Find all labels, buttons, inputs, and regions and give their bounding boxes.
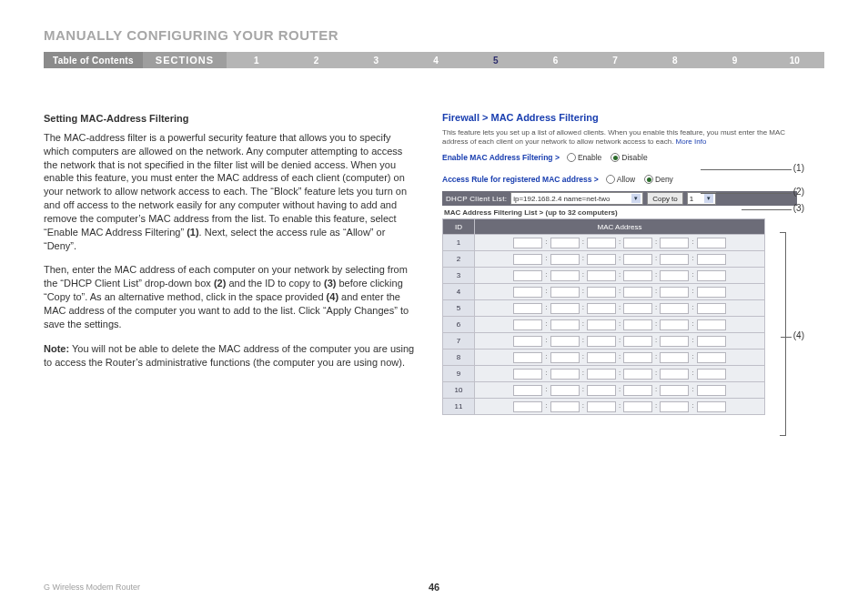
mac-octet-input[interactable] bbox=[697, 352, 726, 363]
radio-disable[interactable]: Disable bbox=[611, 153, 647, 162]
radio-allow[interactable]: Allow bbox=[606, 175, 635, 184]
mac-octet-input[interactable] bbox=[513, 303, 542, 314]
callout-3-label: (3) bbox=[793, 203, 804, 213]
mac-octet-input[interactable] bbox=[697, 319, 726, 330]
mac-octet-input[interactable] bbox=[660, 336, 689, 347]
mac-octet-input[interactable] bbox=[587, 254, 616, 265]
mac-octet-input[interactable] bbox=[697, 303, 726, 314]
mac-octet-input[interactable] bbox=[550, 254, 580, 265]
mac-octet-input[interactable] bbox=[550, 238, 580, 248]
product-name: G Wireless Modem Router bbox=[44, 583, 140, 592]
mac-octet-input[interactable] bbox=[587, 336, 616, 347]
mac-octet-input[interactable] bbox=[587, 385, 616, 396]
row-mac: ::::: bbox=[475, 235, 765, 251]
mac-octet-input[interactable] bbox=[660, 287, 689, 298]
mac-octet-input[interactable] bbox=[513, 319, 542, 330]
mac-octet-input[interactable] bbox=[623, 336, 652, 347]
mac-octet-input[interactable] bbox=[587, 401, 616, 412]
nav-toc[interactable]: Table of Contents bbox=[44, 52, 143, 68]
mac-octet-input[interactable] bbox=[697, 238, 726, 248]
mac-octet-input[interactable] bbox=[697, 385, 726, 396]
mac-octet-input[interactable] bbox=[623, 238, 652, 248]
copy-to-button[interactable]: Copy to bbox=[647, 192, 683, 205]
callout-4: (4) bbox=[793, 330, 804, 340]
mac-octet-input[interactable] bbox=[587, 319, 616, 330]
mac-octet-input[interactable] bbox=[513, 254, 542, 265]
mac-octet-input[interactable] bbox=[513, 369, 542, 380]
nav-section-5[interactable]: 5 bbox=[466, 52, 526, 68]
mac-octet-input[interactable] bbox=[513, 270, 542, 281]
mac-octet-input[interactable] bbox=[550, 385, 580, 396]
mac-octet-input[interactable] bbox=[697, 287, 726, 298]
mac-octet-input[interactable] bbox=[550, 352, 580, 363]
mac-octet-input[interactable] bbox=[550, 270, 580, 281]
mac-octet-input[interactable] bbox=[513, 385, 542, 396]
nav-section-8[interactable]: 8 bbox=[645, 52, 705, 68]
mac-octet-input[interactable] bbox=[660, 254, 689, 265]
copy-id-select[interactable]: 1 ▾ bbox=[687, 192, 716, 205]
mac-octet-input[interactable] bbox=[660, 238, 689, 248]
row-mac: ::::: bbox=[475, 350, 765, 366]
mac-octet-input[interactable] bbox=[697, 270, 726, 281]
nav-section-3[interactable]: 3 bbox=[346, 52, 406, 68]
nav-section-1[interactable]: 1 bbox=[227, 52, 287, 68]
mac-octet-input[interactable] bbox=[660, 319, 689, 330]
mac-octet-input[interactable] bbox=[697, 336, 726, 347]
mac-octet-input[interactable] bbox=[550, 336, 580, 347]
nav-section-4[interactable]: 4 bbox=[406, 52, 466, 68]
mac-octet-input[interactable] bbox=[623, 401, 652, 412]
mac-octet-input[interactable] bbox=[587, 287, 616, 298]
mac-octet-input[interactable] bbox=[660, 369, 689, 380]
mac-octet-input[interactable] bbox=[587, 352, 616, 363]
mac-octet-input[interactable] bbox=[550, 401, 580, 412]
mac-octet-input[interactable] bbox=[660, 303, 689, 314]
row-mac: ::::: bbox=[475, 268, 765, 284]
mac-octet-input[interactable] bbox=[623, 254, 652, 265]
nav-section-2[interactable]: 2 bbox=[287, 52, 347, 68]
mac-octet-input[interactable] bbox=[660, 385, 689, 396]
row-id: 7 bbox=[443, 333, 475, 350]
row-id: 4 bbox=[443, 284, 475, 300]
mac-octet-input[interactable] bbox=[587, 238, 616, 248]
row-id: 3 bbox=[443, 268, 475, 284]
dhcp-client-select[interactable]: ip=192.168.2.4 name=net-two ▾ bbox=[510, 192, 643, 205]
mac-octet-input[interactable] bbox=[623, 385, 652, 396]
more-info-link[interactable]: More Info bbox=[676, 137, 707, 146]
mac-octet-input[interactable] bbox=[550, 369, 580, 380]
nav-section-9[interactable]: 9 bbox=[705, 52, 765, 68]
mac-octet-input[interactable] bbox=[623, 287, 652, 298]
mac-octet-input[interactable] bbox=[513, 352, 542, 363]
mac-octet-input[interactable] bbox=[550, 319, 580, 330]
row-id: 11 bbox=[443, 399, 475, 415]
mac-octet-input[interactable] bbox=[623, 303, 652, 314]
mac-octet-input[interactable] bbox=[513, 287, 542, 298]
mac-octet-input[interactable] bbox=[660, 401, 689, 412]
radio-deny[interactable]: Deny bbox=[644, 175, 673, 184]
mac-octet-input[interactable] bbox=[550, 287, 580, 298]
nav-section-7[interactable]: 7 bbox=[585, 52, 645, 68]
mac-octet-input[interactable] bbox=[623, 270, 652, 281]
row-id: 9 bbox=[443, 366, 475, 382]
mac-octet-input[interactable] bbox=[660, 270, 689, 281]
mac-octet-input[interactable] bbox=[587, 270, 616, 281]
mac-octet-input[interactable] bbox=[697, 401, 726, 412]
mac-octet-input[interactable] bbox=[587, 369, 616, 380]
mac-octet-input[interactable] bbox=[550, 303, 580, 314]
mac-octet-input[interactable] bbox=[513, 401, 542, 412]
mac-octet-input[interactable] bbox=[660, 352, 689, 363]
radio-enable[interactable]: Enable bbox=[567, 153, 601, 162]
table-row: 11::::: bbox=[443, 399, 765, 415]
mac-octet-input[interactable] bbox=[513, 238, 542, 248]
nav-section-6[interactable]: 6 bbox=[526, 52, 586, 68]
nav-section-10[interactable]: 10 bbox=[764, 52, 824, 68]
mac-octet-input[interactable] bbox=[623, 319, 652, 330]
breadcrumb: Firewall > MAC Address Filtering bbox=[442, 112, 797, 123]
row-id: 8 bbox=[443, 350, 475, 366]
mac-octet-input[interactable] bbox=[513, 336, 542, 347]
mac-octet-input[interactable] bbox=[623, 369, 652, 380]
rule-row: Access Rule for registered MAC address >… bbox=[442, 173, 797, 186]
mac-octet-input[interactable] bbox=[697, 254, 726, 265]
mac-octet-input[interactable] bbox=[587, 303, 616, 314]
mac-octet-input[interactable] bbox=[623, 352, 652, 363]
mac-octet-input[interactable] bbox=[697, 369, 726, 380]
